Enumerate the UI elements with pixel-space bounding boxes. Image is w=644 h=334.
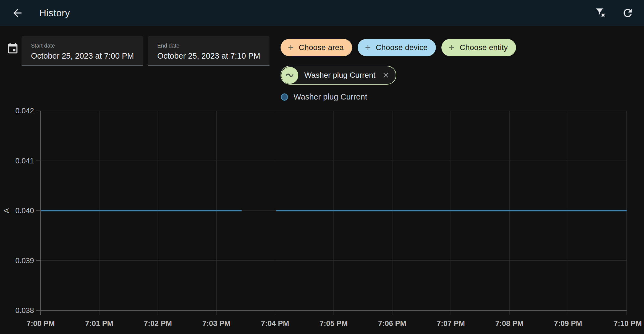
history-page: History Start date October 25, 2023 at 7… xyxy=(0,0,644,334)
svg-text:0.040: 0.040 xyxy=(15,207,34,215)
svg-text:7:04 PM: 7:04 PM xyxy=(261,319,289,328)
history-chart[interactable]: 0.0380.0390.0400.0410.0427:00 PM7:01 PM7… xyxy=(0,0,644,334)
svg-text:7:03 PM: 7:03 PM xyxy=(202,319,231,328)
svg-text:7:08 PM: 7:08 PM xyxy=(495,319,523,328)
svg-text:7:09 PM: 7:09 PM xyxy=(554,319,582,328)
svg-text:A: A xyxy=(2,208,11,213)
svg-text:0.039: 0.039 xyxy=(15,257,34,265)
svg-text:7:00 PM: 7:00 PM xyxy=(27,319,55,328)
svg-text:0.038: 0.038 xyxy=(15,306,34,315)
svg-text:0.042: 0.042 xyxy=(15,107,34,115)
svg-text:7:05 PM: 7:05 PM xyxy=(320,319,348,328)
svg-text:0.041: 0.041 xyxy=(15,157,34,165)
svg-text:7:02 PM: 7:02 PM xyxy=(144,319,172,328)
svg-text:7:10 PM: 7:10 PM xyxy=(614,319,642,328)
svg-text:7:06 PM: 7:06 PM xyxy=(378,319,406,328)
svg-text:7:01 PM: 7:01 PM xyxy=(85,319,113,328)
svg-text:7:07 PM: 7:07 PM xyxy=(437,319,465,328)
